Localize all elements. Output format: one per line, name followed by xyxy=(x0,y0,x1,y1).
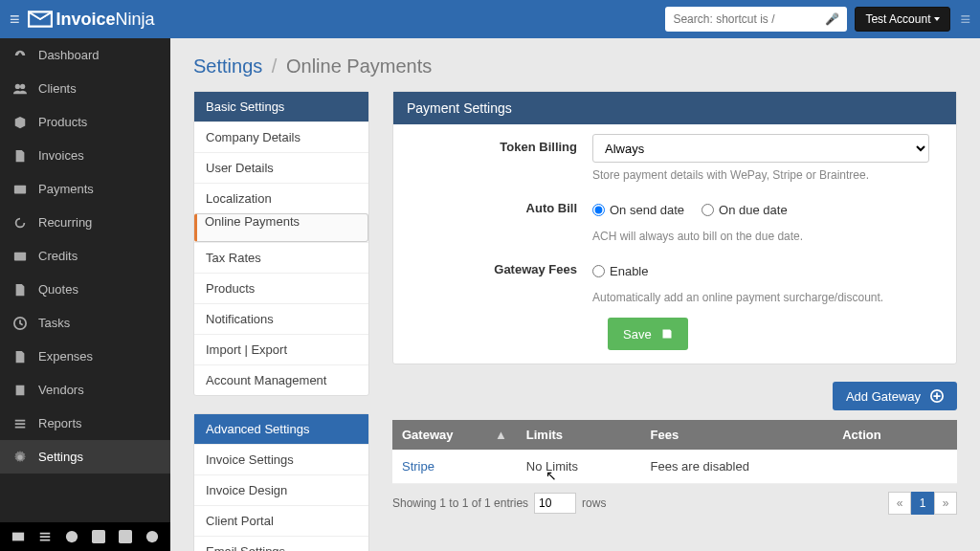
settings-invoice-design[interactable]: Invoice Design xyxy=(194,474,368,505)
col-fees[interactable]: Fees xyxy=(641,420,834,450)
settings-invoice-settings[interactable]: Invoice Settings xyxy=(194,444,368,474)
breadcrumb: Settings / Online Payments xyxy=(193,55,957,77)
page-1[interactable]: 1 xyxy=(911,492,934,515)
help-icon[interactable] xyxy=(65,530,78,543)
basic-settings-header: Basic Settings xyxy=(194,92,368,121)
settings-email-settings[interactable]: Email Settings xyxy=(194,536,368,551)
gateway-fees-enable[interactable]: Enable xyxy=(592,264,648,278)
sidebar-item-recurring[interactable]: Recurring xyxy=(0,206,170,239)
mic-icon[interactable]: 🎤 xyxy=(825,12,839,26)
svg-rect-2 xyxy=(14,185,26,193)
twitter-icon[interactable] xyxy=(119,530,132,543)
menu-toggle-icon[interactable]: ≡ xyxy=(10,10,20,30)
credits-icon xyxy=(13,250,27,263)
auto-bill-due-date[interactable]: On due date xyxy=(702,203,788,217)
token-billing-select[interactable]: Always xyxy=(592,134,929,163)
sidebar-item-invoices[interactable]: Invoices xyxy=(0,139,170,172)
sidebar-item-payments[interactable]: Payments xyxy=(0,172,170,206)
account-menu-button[interactable]: Test Account xyxy=(855,7,950,32)
plus-circle-icon xyxy=(930,389,944,403)
save-button[interactable]: Save xyxy=(608,318,688,350)
card-icon xyxy=(13,183,27,196)
svg-rect-3 xyxy=(14,252,26,260)
sidebar-item-vendors[interactable]: Vendors xyxy=(0,373,170,407)
sidebar-item-dashboard[interactable]: Dashboard xyxy=(0,38,170,72)
save-icon xyxy=(661,328,673,340)
sidebar-item-products[interactable]: Products xyxy=(0,105,170,139)
svg-point-11 xyxy=(146,531,158,542)
svg-rect-9 xyxy=(92,530,105,543)
file-icon xyxy=(13,350,27,364)
col-limits[interactable]: Limits xyxy=(517,420,641,450)
pager: « 1 » xyxy=(888,492,957,515)
gateway-fees: Fees are disabled xyxy=(641,450,834,484)
svg-rect-7 xyxy=(12,533,24,541)
gateway-link[interactable]: Stripe xyxy=(402,459,434,474)
svg-point-0 xyxy=(15,83,20,88)
refresh-icon xyxy=(13,216,27,230)
auto-bill-send-date[interactable]: On send date xyxy=(592,203,684,217)
col-action[interactable]: Action xyxy=(833,420,957,450)
settings-client-portal[interactable]: Client Portal xyxy=(194,505,368,536)
list-icon[interactable] xyxy=(38,530,52,543)
box-icon xyxy=(13,116,27,129)
search-input[interactable] xyxy=(673,12,825,26)
gateway-table: Gateway▲ Limits Fees Action Stripe No Li… xyxy=(392,420,957,484)
token-billing-label: Token Billing xyxy=(420,134,592,154)
list-icon xyxy=(13,417,27,430)
settings-account-management[interactable]: Account Management xyxy=(194,364,368,395)
chevron-down-icon xyxy=(934,17,940,21)
breadcrumb-leaf: Online Payments xyxy=(286,55,432,77)
search-box[interactable]: 🎤 xyxy=(665,7,847,32)
sidebar-item-reports[interactable]: Reports xyxy=(0,407,170,440)
settings-tax-rates[interactable]: Tax Rates xyxy=(194,242,368,273)
sidebar-footer xyxy=(0,522,170,551)
payment-settings-header: Payment Settings xyxy=(393,92,956,124)
sidebar-item-expenses[interactable]: Expenses xyxy=(0,340,170,373)
gear-icon xyxy=(13,451,27,464)
rows-label: rows xyxy=(582,496,606,510)
github-icon[interactable] xyxy=(145,530,159,543)
svg-rect-5 xyxy=(16,385,25,395)
add-gateway-button[interactable]: Add Gateway xyxy=(833,382,957,410)
gateway-fees-label: Gateway Fees xyxy=(420,256,592,276)
table-row[interactable]: Stripe No Limits Fees are disabled xyxy=(392,450,957,484)
settings-localization[interactable]: Localization xyxy=(194,183,368,213)
svg-point-8 xyxy=(66,531,78,542)
page-prev[interactable]: « xyxy=(888,492,911,515)
sidebar-item-credits[interactable]: Credits xyxy=(0,239,170,273)
settings-online-payments[interactable]: Online Payments xyxy=(194,213,368,242)
gauge-icon xyxy=(13,49,27,62)
file-icon xyxy=(13,149,27,163)
settings-products[interactable]: Products xyxy=(194,273,368,303)
sort-icon: ▲ xyxy=(495,428,507,442)
sidebar-item-quotes[interactable]: Quotes xyxy=(0,273,170,306)
file-icon xyxy=(13,283,27,297)
page-next[interactable]: » xyxy=(934,492,957,515)
settings-import-export[interactable]: Import | Export xyxy=(194,334,368,364)
facebook-icon[interactable] xyxy=(92,530,105,543)
svg-rect-10 xyxy=(119,530,132,543)
settings-user-details[interactable]: User Details xyxy=(194,152,368,183)
advanced-settings-header: Advanced Settings xyxy=(194,414,368,444)
token-billing-hint: Store payment details with WePay, Stripe… xyxy=(592,168,929,182)
svg-point-1 xyxy=(20,83,25,88)
sidebar: Dashboard Clients Products Invoices Paym… xyxy=(0,38,170,551)
table-showing: Showing 1 to 1 of 1 entries xyxy=(392,496,528,510)
mail-icon[interactable] xyxy=(11,530,25,543)
breadcrumb-root[interactable]: Settings xyxy=(193,55,262,77)
clock-icon xyxy=(13,317,27,330)
rows-input[interactable] xyxy=(534,493,576,514)
sidebar-item-clients[interactable]: Clients xyxy=(0,72,170,105)
gateway-fees-hint: Automatically add an online payment surc… xyxy=(592,291,929,304)
sidebar-item-settings[interactable]: Settings xyxy=(0,440,170,474)
col-gateway[interactable]: Gateway▲ xyxy=(392,420,517,450)
settings-company-details[interactable]: Company Details xyxy=(194,121,368,152)
settings-notifications[interactable]: Notifications xyxy=(194,303,368,334)
auto-bill-label: Auto Bill xyxy=(420,195,592,215)
gateway-limits: No Limits xyxy=(517,450,641,484)
users-icon xyxy=(13,82,27,96)
right-menu-icon[interactable]: ≡ xyxy=(960,10,970,30)
building-icon xyxy=(13,384,27,397)
sidebar-item-tasks[interactable]: Tasks xyxy=(0,306,170,340)
